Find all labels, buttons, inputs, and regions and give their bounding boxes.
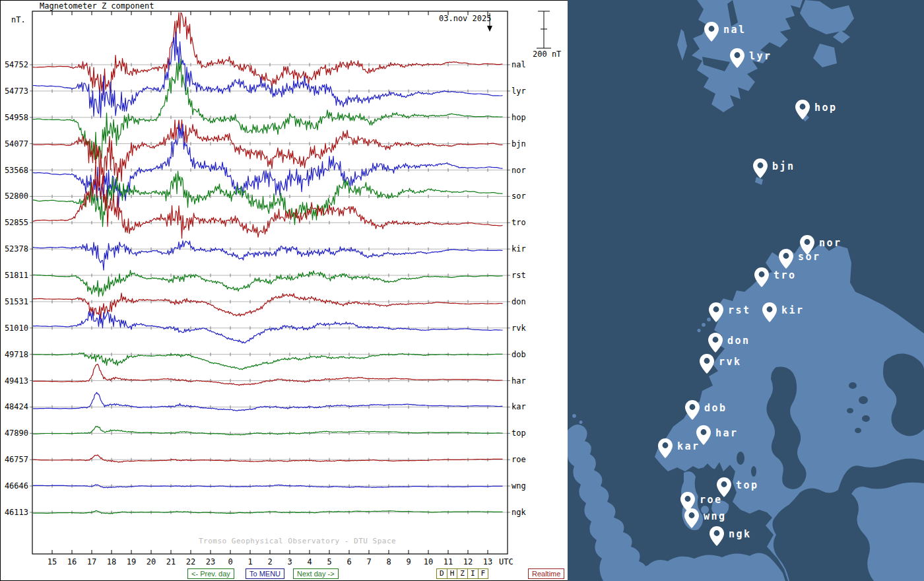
pin-hole [735,52,741,58]
pin-hole [701,429,707,435]
station-label-nal: nal [512,60,526,69]
x-tick-label: 18 [107,557,116,566]
station-label-rst: rst [512,271,526,280]
pin-hole [713,306,719,312]
y-axis-value-lyr: 54773 [5,86,28,96]
x-tick-label: 7 [366,557,371,566]
component-button-I[interactable]: I [468,568,478,579]
station-label-bjn: bjn [512,139,526,149]
page-title: Magnetometer Z component [38,1,156,11]
lake [859,396,868,404]
trace-rst [32,270,503,296]
component-button-F[interactable]: F [478,568,489,579]
x-tick-label: 12 [463,557,473,566]
lake [849,382,857,389]
prev-day-button[interactable]: <- Prev. day [187,568,234,579]
station-label-don: don [512,297,526,306]
y-axis-value-rvk: 51010 [5,324,28,333]
y-axis-unit-label: nT. [11,15,26,24]
stackplot-svg: 54752nal54773lyr54958hop54077bjn53568nor… [1,1,568,581]
x-tick-label: 6 [346,557,351,566]
x-tick-label: 1 [248,557,252,566]
x-tick-label: 0 [228,557,232,566]
component-button-Z[interactable]: Z [457,568,468,579]
trace-kir [32,241,503,271]
pin-hole [713,337,719,343]
pin-hole [800,104,806,110]
trace-roe [32,455,503,462]
y-axis-value-sor: 52800 [5,191,28,201]
map-pin-label-hop: hop [814,102,838,114]
x-tick-label: 2 [267,557,272,566]
trace-top [32,427,503,435]
y-axis-value-rst: 51811 [5,271,28,280]
lake [847,408,853,413]
x-tick-label: 23 [206,557,215,566]
pin-hole [709,26,715,32]
realtime-button[interactable]: Realtime [528,568,564,579]
observatory-credit: Tromso Geophysical Observatory - DTU Spa… [199,537,396,545]
map-pin-label-tro: tro [774,269,797,281]
trace-nal [32,13,503,95]
lake [737,452,744,465]
map-land-shape [707,318,711,322]
pin-hole [714,530,720,536]
y-axis-value-wng: 46646 [5,481,28,491]
x-tick-label: 4 [307,557,312,566]
y-axis-value-bjn: 54077 [5,139,28,149]
lake [862,415,870,422]
station-label-kir: kir [512,244,526,254]
component-button-H[interactable]: H [447,568,458,579]
x-tick-label: 15 [48,557,57,566]
pin-hole [721,481,727,487]
y-axis-value-roe: 46757 [5,455,28,464]
pin-hole [767,306,773,312]
y-axis-value-ngk: 46113 [5,508,28,517]
next-day-button[interactable]: Next day -> [293,568,339,579]
map-pin-label-kar: kar [677,440,700,452]
station-label-wng: wng [512,481,526,491]
map-pin-label-rst: rst [728,304,751,316]
x-tick-label: 16 [67,557,77,566]
station-label-top: top [512,428,526,438]
orkney [579,421,583,424]
station-label-ngk: ngk [512,508,526,517]
station-label-tro: tro [512,218,526,227]
to-menu-button[interactable]: To MENU [246,568,284,579]
trace-har [32,364,503,386]
y-axis-value-dob: 49718 [5,350,28,359]
map-pin-label-rvk: rvk [719,356,742,368]
station-label-rvk: rvk [512,324,526,333]
y-axis-value-har: 49413 [5,376,28,386]
x-axis-unit-label: UTC [499,557,513,566]
lake [855,428,861,433]
component-selector[interactable]: DHZIF [436,568,488,579]
station-label-nor: nor [512,166,526,175]
map-pin-label-roe: roe [700,494,723,506]
station-map: nallyrhopbjnnorsortrorstkirdonrvkdobhark… [568,0,924,581]
pin-hole [758,162,764,168]
y-axis-value-tro: 52855 [5,218,28,227]
x-tick-label: 10 [424,557,433,566]
map-pin-label-nor: nor [819,237,842,249]
pin-hole [805,239,810,245]
pin-hole [690,404,696,410]
y-axis-value-kar: 48424 [5,402,28,411]
trace-lyr [32,32,503,118]
x-tick-label: 21 [166,557,176,566]
map-pin-label-ngk: ngk [729,528,752,540]
map-pin-label-don: don [727,335,750,347]
component-button-D[interactable]: D [436,568,447,579]
x-tick-label: 19 [127,557,136,566]
map-pin-label-dob: dob [704,402,727,414]
y-axis-value-nor: 53568 [5,166,28,175]
map-pin-label-sor: sor [798,251,821,263]
map-pin-label-bjn: bjn [772,160,795,172]
map-pin-label-wng: wng [704,510,727,522]
y-axis-value-nal: 54752 [5,60,28,69]
map-pin-label-top: top [736,479,759,491]
y-axis-value-kir: 52378 [5,244,28,254]
date-label: 03.nov 2025 [439,14,491,23]
x-tick-label: 9 [406,557,411,566]
station-label-dob: dob [512,350,526,359]
